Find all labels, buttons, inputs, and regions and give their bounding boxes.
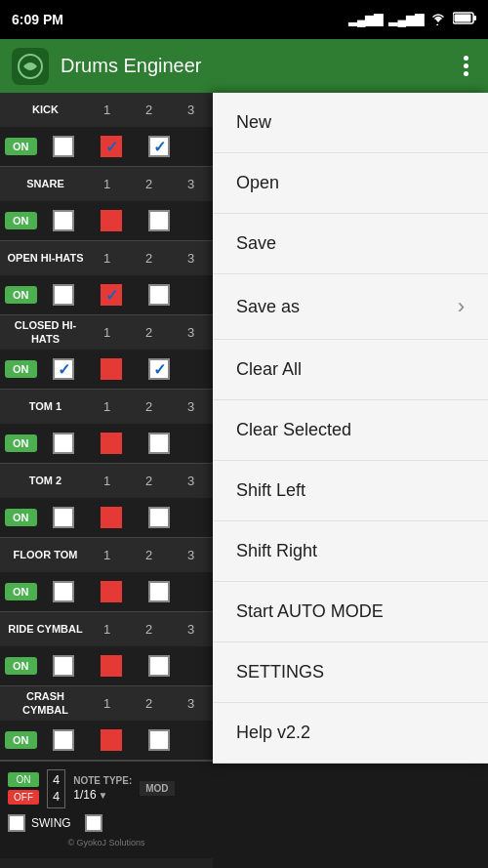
menu-item-clear-selected[interactable]: Clear Selected (213, 400, 488, 461)
beat-checkbox[interactable] (148, 581, 170, 602)
beat-checkbox[interactable] (101, 433, 122, 454)
beat-cell (91, 729, 133, 751)
beat-col-number: 1 (86, 399, 128, 414)
beat-checkbox[interactable] (53, 655, 74, 677)
drum-name: FLOOR TOM (0, 549, 86, 561)
drum-row-bottom: ON (0, 498, 213, 537)
status-time: 6:09 PM (12, 12, 63, 27)
beat-cell (139, 729, 181, 751)
drum-on-button[interactable]: ON (5, 434, 37, 452)
time-sig-top: 4 (53, 772, 60, 789)
drum-on-button[interactable]: ON (5, 731, 37, 749)
beat-checkbox[interactable] (53, 729, 74, 751)
dropdown-menu: NewOpenSaveSave asClear AllClear Selecte… (213, 93, 488, 764)
beat-col-number: 1 (86, 622, 128, 637)
time-sig-bottom: 4 (53, 789, 60, 806)
menu-item-start-auto-mode[interactable]: Start AUTO MODE (213, 582, 488, 642)
beat-cell (43, 581, 85, 602)
beat-cell (43, 655, 85, 677)
beat-col-number: 2 (128, 474, 170, 488)
drum-on-button[interactable]: ON (5, 138, 37, 155)
beat-col-number: 1 (86, 474, 128, 488)
beat-checkbox[interactable] (101, 729, 122, 751)
beat-cell (43, 507, 85, 528)
beat-checkbox[interactable] (148, 210, 170, 231)
menu-item-help-v2.2[interactable]: Help v2.2 (213, 703, 488, 764)
on-off-buttons: ON OFF (8, 772, 39, 805)
drum-on-button[interactable]: ON (5, 657, 37, 675)
beat-checkbox[interactable] (148, 507, 170, 528)
note-value-container[interactable]: 1/16 ▼ (73, 788, 132, 802)
menu-item-settings[interactable]: SETTINGS (213, 642, 488, 703)
beat-checkbox[interactable] (53, 136, 74, 157)
menu-item-shift-right[interactable]: Shift Right (213, 521, 488, 582)
beat-checkbox[interactable] (53, 507, 74, 528)
time-signature[interactable]: 4 4 (47, 769, 65, 808)
beat-checkbox[interactable] (53, 581, 74, 602)
drum-row-bottom: ON✓✓ (0, 350, 213, 389)
drum-name: KICK (0, 103, 86, 116)
drum-on-button[interactable]: ON (5, 583, 37, 600)
menu-item-open[interactable]: Open (213, 153, 488, 214)
beat-cell (139, 210, 181, 231)
drum-row: SNARE123ON (0, 167, 213, 241)
menu-item-new[interactable]: New (213, 93, 488, 153)
signal-icon-2: ▂▄▆▇ (388, 13, 424, 26)
beat-cell (91, 655, 133, 677)
drum-on-button[interactable]: ON (5, 360, 37, 378)
drum-row-bottom: ON✓✓ (0, 127, 213, 166)
beat-cell (91, 433, 133, 454)
top-bar: Drums Engineer (0, 39, 488, 93)
drum-row-bottom: ON (0, 424, 213, 463)
drum-row-top: RIDE CYMBAL123 (0, 612, 213, 646)
menu-item-clear-all[interactable]: Clear All (213, 340, 488, 400)
beat-col-number: 1 (86, 177, 128, 191)
drum-row: CRASH CYMBAL123ON (0, 686, 213, 761)
beat-checkbox[interactable]: ✓ (101, 284, 122, 306)
beat-cell (43, 210, 85, 231)
beat-checkbox[interactable] (148, 433, 170, 454)
beat-cell (139, 581, 181, 602)
menu-item-shift-left[interactable]: Shift Left (213, 461, 488, 521)
beat-checkbox[interactable] (53, 433, 74, 454)
beat-checkbox[interactable]: ✓ (148, 136, 170, 157)
beat-checkbox[interactable] (53, 284, 74, 306)
beat-cell (139, 284, 181, 306)
beat-checkbox[interactable] (148, 655, 170, 677)
drum-name: OPEN HI-HATS (0, 252, 86, 265)
drum-name: TOM 1 (0, 400, 86, 413)
off-button[interactable]: OFF (8, 790, 39, 805)
main-area: KICK123ON✓✓SNARE123ONOPEN HI-HATS123ON✓C… (0, 93, 488, 868)
signal-icon: ▂▄▆▇ (348, 13, 384, 26)
drum-row: KICK123ON✓✓ (0, 93, 213, 167)
beat-cell: ✓ (139, 358, 181, 380)
svg-rect-1 (473, 16, 476, 21)
drum-on-button[interactable]: ON (5, 212, 37, 229)
beat-col-number: 2 (128, 696, 170, 711)
beat-col-number: 3 (170, 399, 212, 414)
beat-checkbox[interactable]: ✓ (148, 358, 170, 380)
beat-checkbox[interactable]: ✓ (53, 358, 74, 380)
menu-item-save-as[interactable]: Save as (213, 274, 488, 340)
swing-checkbox-2[interactable] (85, 814, 102, 832)
overflow-menu-button[interactable] (456, 52, 476, 80)
beat-checkbox[interactable] (101, 358, 122, 380)
beat-checkbox[interactable] (148, 284, 170, 306)
drum-grid: KICK123ON✓✓SNARE123ONOPEN HI-HATS123ON✓C… (0, 93, 213, 868)
drum-on-button[interactable]: ON (5, 286, 37, 304)
menu-item-save[interactable]: Save (213, 214, 488, 274)
beat-checkbox[interactable] (53, 210, 74, 231)
beat-checkbox[interactable]: ✓ (101, 136, 122, 157)
drum-row-bottom: ON (0, 201, 213, 240)
beat-checkbox[interactable] (101, 210, 122, 231)
drum-row: CLOSED HI-HATS123ON✓✓ (0, 315, 213, 390)
beat-checkbox[interactable] (148, 729, 170, 751)
on-button[interactable]: ON (8, 772, 39, 787)
beat-col-number: 2 (128, 103, 170, 117)
beat-checkbox[interactable] (101, 581, 122, 602)
drum-on-button[interactable]: ON (5, 509, 37, 526)
swing-checkbox[interactable] (8, 814, 25, 832)
beat-checkbox[interactable] (101, 507, 122, 528)
beat-checkbox[interactable] (101, 655, 122, 677)
beat-cell (91, 581, 133, 602)
